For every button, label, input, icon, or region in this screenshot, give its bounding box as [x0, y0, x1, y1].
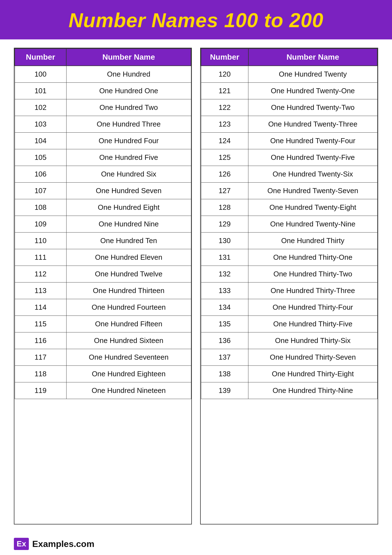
number-name-cell: One Hundred Thirty	[248, 233, 377, 249]
right-table-col1-header: Number	[201, 49, 248, 66]
table-row: 133One Hundred Thirty-Three	[201, 282, 377, 299]
table-row: 116One Hundred Sixteen	[15, 332, 191, 349]
table-row: 118One Hundred Eighteen	[15, 366, 191, 382]
table-row: 127One Hundred Twenty-Seven	[201, 183, 377, 199]
number-cell: 124	[201, 133, 248, 149]
number-name-cell: One Hundred Thirty-Eight	[248, 366, 377, 382]
number-name-cell: One Hundred Thirty-Five	[248, 316, 377, 332]
number-name-cell: One Hundred One	[66, 83, 191, 99]
number-name-cell: One Hundred Eight	[66, 199, 191, 216]
page-footer: Ex Examples.com	[0, 533, 392, 555]
table-row: 126One Hundred Twenty-Six	[201, 166, 377, 183]
number-name-cell: One Hundred Nine	[66, 216, 191, 233]
number-name-cell: One Hundred Six	[66, 166, 191, 183]
number-cell: 132	[201, 266, 248, 282]
table-row: 139One Hundred Thirty-Nine	[201, 382, 377, 399]
number-name-cell: One Hundred Twenty-Two	[248, 99, 377, 116]
number-cell: 130	[201, 233, 248, 249]
left-table-container: Number Number Name 100One Hundred101One …	[14, 48, 192, 524]
table-row: 124One Hundred Twenty-Four	[201, 133, 377, 149]
number-cell: 102	[15, 99, 66, 116]
number-cell: 109	[15, 216, 66, 233]
table-row: 131One Hundred Thirty-One	[201, 249, 377, 266]
right-table-container: Number Number Name 120One Hundred Twenty…	[200, 48, 378, 524]
number-cell: 112	[15, 266, 66, 282]
table-row: 103One Hundred Three	[15, 116, 191, 133]
left-table-col2-header: Number Name	[66, 49, 191, 66]
number-name-cell: One Hundred Thirty-Three	[248, 282, 377, 299]
number-name-cell: One Hundred	[66, 66, 191, 83]
number-cell: 103	[15, 116, 66, 133]
number-cell: 120	[201, 66, 248, 83]
number-name-cell: One Hundred Thirty-Four	[248, 299, 377, 316]
number-name-cell: One Hundred Twenty-Eight	[248, 199, 377, 216]
number-name-cell: One Hundred Thirty-Nine	[248, 382, 377, 399]
left-table-header-row: Number Number Name	[15, 49, 191, 66]
page-title: Number Names 100 to 200	[11, 9, 381, 32]
right-table-header-row: Number Number Name	[201, 49, 377, 66]
table-row: 113One Hundred Thirteen	[15, 282, 191, 299]
left-table-body: 100One Hundred101One Hundred One102One H…	[15, 66, 191, 399]
number-cell: 117	[15, 349, 66, 366]
table-row: 121One Hundred Twenty-One	[201, 83, 377, 99]
number-cell: 133	[201, 282, 248, 299]
number-name-cell: One Hundred Eighteen	[66, 366, 191, 382]
number-cell: 137	[201, 349, 248, 366]
table-row: 122One Hundred Twenty-Two	[201, 99, 377, 116]
number-cell: 100	[15, 66, 66, 83]
number-name-cell: One Hundred Sixteen	[66, 332, 191, 349]
table-row: 106One Hundred Six	[15, 166, 191, 183]
number-name-cell: One Hundred Twenty-One	[248, 83, 377, 99]
number-cell: 111	[15, 249, 66, 266]
number-cell: 129	[201, 216, 248, 233]
table-row: 108One Hundred Eight	[15, 199, 191, 216]
number-cell: 136	[201, 332, 248, 349]
table-row: 130One Hundred Thirty	[201, 233, 377, 249]
number-cell: 135	[201, 316, 248, 332]
number-cell: 115	[15, 316, 66, 332]
number-cell: 138	[201, 366, 248, 382]
number-name-cell: One Hundred Thirty-Seven	[248, 349, 377, 366]
number-name-cell: One Hundred Fourteen	[66, 299, 191, 316]
number-name-cell: One Hundred Twenty-Six	[248, 166, 377, 183]
content-area: Number Number Name 100One Hundred101One …	[0, 39, 392, 533]
right-table-body: 120One Hundred Twenty121One Hundred Twen…	[201, 66, 377, 399]
number-cell: 139	[201, 382, 248, 399]
table-row: 114One Hundred Fourteen	[15, 299, 191, 316]
number-cell: 108	[15, 199, 66, 216]
table-row: 128One Hundred Twenty-Eight	[201, 199, 377, 216]
table-row: 112One Hundred Twelve	[15, 266, 191, 282]
number-name-cell: One Hundred Twenty-Five	[248, 149, 377, 166]
number-cell: 121	[201, 83, 248, 99]
number-cell: 131	[201, 249, 248, 266]
table-row: 129One Hundred Twenty-Nine	[201, 216, 377, 233]
right-table-col2-header: Number Name	[248, 49, 377, 66]
number-cell: 122	[201, 99, 248, 116]
table-row: 137One Hundred Thirty-Seven	[201, 349, 377, 366]
number-cell: 105	[15, 149, 66, 166]
number-cell: 114	[15, 299, 66, 316]
number-name-cell: One Hundred Nineteen	[66, 382, 191, 399]
number-cell: 118	[15, 366, 66, 382]
number-cell: 123	[201, 116, 248, 133]
number-cell: 126	[201, 166, 248, 183]
number-name-cell: One Hundred Seven	[66, 183, 191, 199]
number-cell: 127	[201, 183, 248, 199]
table-row: 104One Hundred Four	[15, 133, 191, 149]
right-table: Number Number Name 120One Hundred Twenty…	[201, 48, 378, 399]
table-row: 125One Hundred Twenty-Five	[201, 149, 377, 166]
number-name-cell: One Hundred Five	[66, 149, 191, 166]
number-cell: 101	[15, 83, 66, 99]
number-name-cell: One Hundred Seventeen	[66, 349, 191, 366]
number-name-cell: One Hundred Four	[66, 133, 191, 149]
table-row: 110One Hundred Ten	[15, 233, 191, 249]
table-row: 105One Hundred Five	[15, 149, 191, 166]
table-row: 100One Hundred	[15, 66, 191, 83]
left-table: Number Number Name 100One Hundred101One …	[14, 48, 191, 399]
number-name-cell: One Hundred Ten	[66, 233, 191, 249]
table-row: 101One Hundred One	[15, 83, 191, 99]
left-table-col1-header: Number	[15, 49, 66, 66]
number-cell: 113	[15, 282, 66, 299]
number-cell: 110	[15, 233, 66, 249]
number-cell: 134	[201, 299, 248, 316]
